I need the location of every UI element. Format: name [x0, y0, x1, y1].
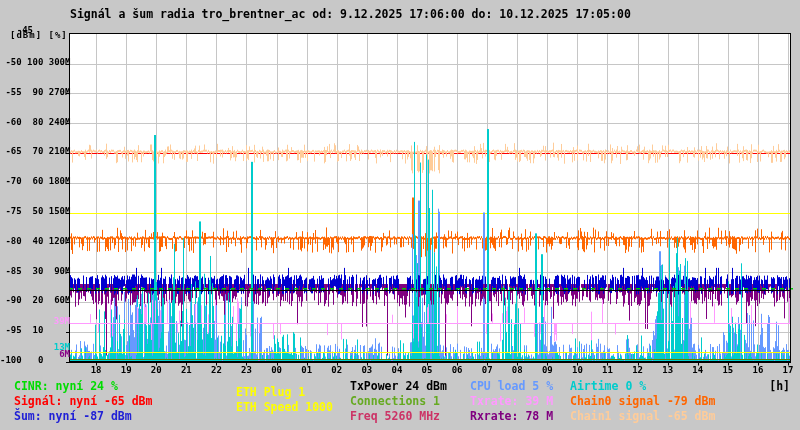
y-axis-row: -60 80 240M [0, 118, 70, 128]
y-axis-row: -80 40 120M [0, 237, 70, 247]
x-axis-tick-label: 19 [115, 366, 137, 376]
legend-item: Connections 1 [350, 395, 440, 408]
rrd-graph-window: Signál a šum radia tro_brentner_ac od: 9… [0, 0, 800, 430]
legend-item: Airtime 0 % [570, 380, 646, 393]
legend-item: Signál: nyní -65 dBm [14, 395, 152, 408]
legend-item: Chain0 signal -79 dBm [570, 395, 715, 408]
x-axis-tick-label: 10 [566, 366, 588, 376]
x-axis-tick-label: 20 [145, 366, 167, 376]
x-axis-tick-label: 21 [175, 366, 197, 376]
y-axis-row: -95 10 [0, 326, 70, 336]
rate-mark-label: 6M [0, 350, 70, 360]
x-axis-tick-label: 02 [326, 366, 348, 376]
x-axis-tick-label: 04 [386, 366, 408, 376]
legend-item: Freq 5260 MHz [350, 410, 440, 423]
x-axis-tick-label: 08 [506, 366, 528, 376]
legend-item: Rxrate: 78 M [470, 410, 553, 423]
y-axis-row: -85 30 90M [0, 267, 70, 277]
x-axis-tick-label: 17 [777, 366, 799, 376]
y-axis-row: -70 60 180M [0, 177, 70, 187]
y-axis-row: -75 50 150M [0, 207, 70, 217]
x-axis-tick-label: 12 [627, 366, 649, 376]
y-axis-row: -65 70 210M [0, 147, 70, 157]
x-axis-tick-label: 07 [476, 366, 498, 376]
legend-item: ETH Plug 1 [236, 386, 305, 399]
x-axis-tick-label: 23 [235, 366, 257, 376]
legend-item: ETH Speed 1000 [236, 401, 333, 414]
chart-title: Signál a šum radia tro_brentner_ac od: 9… [70, 8, 631, 21]
x-axis-tick-label: 14 [687, 366, 709, 376]
legend-item: Txrate: 39 M [470, 395, 553, 408]
x-axis-tick-label: 05 [416, 366, 438, 376]
y-axis-row: -55 90 270M [0, 88, 70, 98]
legend-item: TxPower 24 dBm [350, 380, 447, 393]
x-axis-tick-label: 06 [446, 366, 468, 376]
y-axis-top-dbm-label: -45 [0, 26, 33, 36]
x-axis-unit-label: [h] [746, 380, 790, 393]
legend-item: CPU load 5 % [470, 380, 553, 393]
x-axis-tick-label: 15 [717, 366, 739, 376]
x-axis-tick-label: 16 [747, 366, 769, 376]
x-axis-tick-label: 03 [356, 366, 378, 376]
x-axis-tick-label: 09 [536, 366, 558, 376]
y-axis-row: -90 20 60M [0, 296, 70, 306]
x-axis-tick-label: 00 [266, 366, 288, 376]
rate-mark-label: 39M [0, 317, 70, 327]
legend-item: Chain1 signal -65 dBm [570, 410, 715, 423]
x-axis-tick-label: 22 [205, 366, 227, 376]
y-axis-row: -50 100 300M [0, 58, 70, 68]
x-axis-tick-label: 11 [596, 366, 618, 376]
x-axis-tick-label: 18 [85, 366, 107, 376]
legend-item: CINR: nyní 24 % [14, 380, 118, 393]
legend-item: Šum: nyní -87 dBm [14, 410, 132, 423]
x-axis-tick-label: 13 [657, 366, 679, 376]
x-axis-tick-label: 01 [296, 366, 318, 376]
